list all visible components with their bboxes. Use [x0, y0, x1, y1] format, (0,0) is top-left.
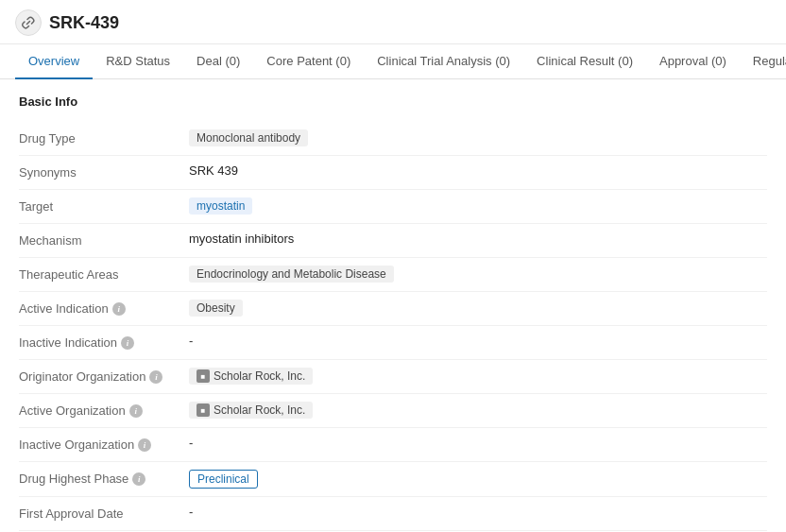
- field-value: -: [189, 505, 767, 519]
- header-icon: [15, 9, 42, 36]
- tab-clinical-trial[interactable]: Clinical Trial Analysis (0): [364, 44, 523, 79]
- field-row: Originator Organizationi■Scholar Rock, I…: [19, 360, 767, 394]
- field-label: Synonyms: [19, 163, 189, 180]
- tag-value: Monoclonal antibody: [189, 129, 308, 146]
- field-label: Originator Organizationi: [19, 368, 189, 384]
- tab-clinical-result[interactable]: Clinical Result (0): [523, 44, 646, 79]
- field-value: SRK 439: [189, 163, 767, 178]
- field-label: Drug Type: [19, 129, 189, 146]
- fields-container: Drug TypeMonoclonal antibodySynonymsSRK …: [19, 122, 767, 531]
- tab-approval[interactable]: Approval (0): [646, 44, 740, 79]
- field-value: Preclinical: [189, 470, 767, 489]
- field-row: SynonymsSRK 439: [19, 156, 767, 190]
- field-row: Therapeutic AreasEndocrinology and Metab…: [19, 258, 767, 292]
- field-label: Target: [19, 197, 189, 214]
- field-value: Endocrinology and Metabolic Disease: [189, 266, 767, 283]
- org-icon: ■: [196, 403, 210, 417]
- field-row: Drug TypeMonoclonal antibody: [19, 122, 767, 156]
- org-name: Scholar Rock, Inc.: [214, 403, 305, 417]
- field-label: Mechanism: [19, 232, 189, 248]
- info-icon[interactable]: i: [112, 302, 126, 316]
- info-icon[interactable]: i: [129, 404, 143, 418]
- tab-overview[interactable]: Overview: [15, 44, 93, 79]
- field-label: Therapeutic Areas: [19, 266, 189, 282]
- dash-value: -: [189, 334, 193, 348]
- main-content: Basic Info Drug TypeMonoclonal antibodyS…: [0, 79, 786, 532]
- dash-value: -: [189, 436, 193, 450]
- dash-value: -: [189, 505, 193, 519]
- info-icon[interactable]: i: [149, 370, 162, 384]
- org-name: Scholar Rock, Inc.: [214, 369, 305, 383]
- app-container: SRK-439 OverviewR&D StatusDeal (0)Core P…: [0, 0, 786, 532]
- field-label: Active Organizationi: [19, 402, 189, 418]
- field-row: First Approval Date-: [19, 497, 767, 531]
- tag-value: Obesity: [189, 300, 243, 317]
- field-value: ■Scholar Rock, Inc.: [189, 402, 767, 419]
- tab-core-patent[interactable]: Core Patent (0): [253, 44, 364, 79]
- field-value: Monoclonal antibody: [189, 129, 767, 146]
- info-icon[interactable]: i: [132, 472, 145, 486]
- field-row: Mechanismmyostatin inhibitors: [19, 224, 767, 258]
- field-row: Inactive Indicationi-: [19, 326, 767, 360]
- field-label: Inactive Indicationi: [19, 334, 189, 350]
- org-tag-value: ■Scholar Rock, Inc.: [189, 368, 313, 385]
- tab-bar: OverviewR&D StatusDeal (0)Core Patent (0…: [0, 44, 786, 79]
- field-value: ■Scholar Rock, Inc.: [189, 368, 767, 385]
- field-value: Obesity: [189, 300, 767, 317]
- org-icon: ■: [196, 369, 210, 383]
- field-value: myostatin inhibitors: [189, 232, 767, 246]
- org-tag-value: ■Scholar Rock, Inc.: [189, 402, 313, 419]
- field-row: Active IndicationiObesity: [19, 292, 767, 326]
- section-title: Basic Info: [19, 94, 767, 109]
- field-label: Inactive Organizationi: [19, 436, 189, 452]
- field-value: -: [189, 436, 767, 450]
- field-label: Active Indicationi: [19, 300, 189, 316]
- tab-deal[interactable]: Deal (0): [183, 44, 253, 79]
- info-icon[interactable]: i: [121, 336, 134, 350]
- field-row: Drug Highest PhaseiPreclinical: [19, 462, 767, 497]
- tag-outline-blue-value: Preclinical: [189, 470, 258, 489]
- plain-value: myostatin inhibitors: [189, 232, 294, 246]
- field-label: Drug Highest Phasei: [19, 470, 189, 486]
- tab-regulation[interactable]: Regulation (0): [740, 44, 786, 79]
- field-row: Targetmyostatin: [19, 190, 767, 224]
- tag-blue-value: myostatin: [189, 197, 252, 215]
- tab-rd-status[interactable]: R&D Status: [93, 44, 183, 79]
- info-icon[interactable]: i: [138, 438, 151, 452]
- field-row: Active Organizationi■Scholar Rock, Inc.: [19, 394, 767, 428]
- tag-value: Endocrinology and Metabolic Disease: [189, 266, 394, 283]
- page-title: SRK-439: [49, 13, 119, 33]
- field-value: myostatin: [189, 197, 767, 215]
- page-header: SRK-439: [0, 0, 786, 44]
- plain-value: SRK 439: [189, 163, 238, 178]
- field-row: Inactive Organizationi-: [19, 428, 767, 462]
- field-label: First Approval Date: [19, 505, 189, 521]
- field-value: -: [189, 334, 767, 348]
